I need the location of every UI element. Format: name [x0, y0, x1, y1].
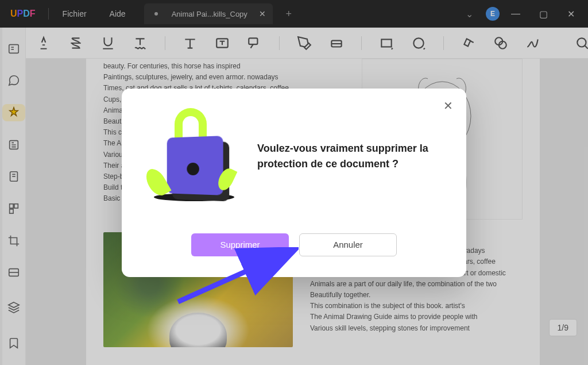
close-icon[interactable]: ✕ [441, 99, 455, 113]
modal-backdrop[interactable]: ✕ Voulez-vous vraiment supprimer la prot… [0, 0, 588, 365]
dialog-message: Voulez-vous vraiment supprimer la protec… [257, 141, 446, 172]
confirm-delete-button[interactable]: Supprimer [191, 233, 289, 256]
cancel-button[interactable]: Annuler [299, 233, 397, 256]
lock-illustration [142, 105, 234, 208]
remove-protection-dialog: ✕ Voulez-vous vraiment supprimer la prot… [122, 89, 466, 277]
